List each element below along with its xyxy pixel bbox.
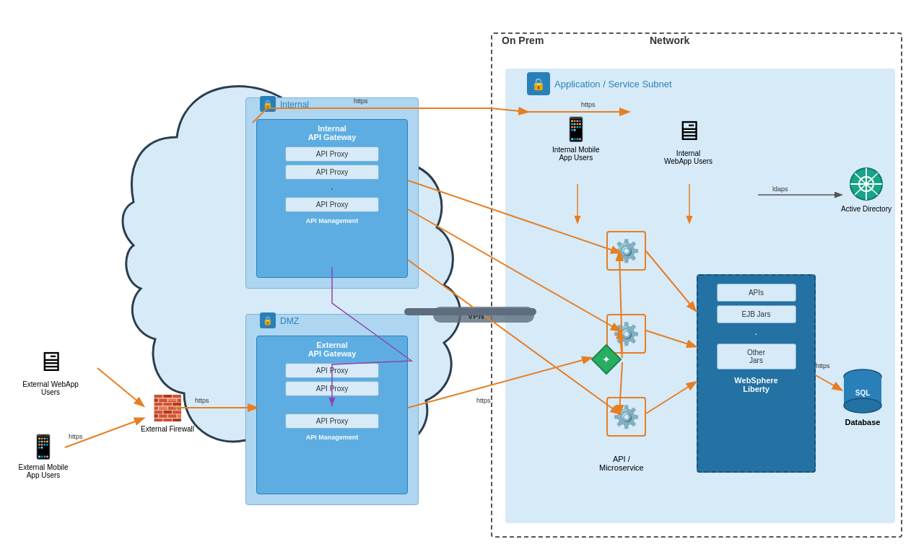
svg-text:https: https xyxy=(476,397,491,404)
svg-text:https: https xyxy=(195,397,209,404)
api-microservice-label: API /Microservice xyxy=(599,455,644,472)
external-gateway-title: ExternalAPI Gateway xyxy=(257,336,407,360)
internal-lock-icon: 🔒 xyxy=(260,96,276,112)
active-directory-icon xyxy=(848,166,884,202)
firewall-label: External Firewall xyxy=(141,425,194,433)
internal-webapp-users: 🖥 InternalWebApp Users xyxy=(664,115,712,165)
proxy-dots-1: · xyxy=(257,183,407,194)
api-gear-3: ⚙️ xyxy=(606,397,646,437)
internal-mobile-label: Internal MobileApp Users xyxy=(552,146,600,162)
external-webapp-users: 🖥 External WebApp Users xyxy=(22,346,79,396)
apis-box: APIs xyxy=(717,284,796,302)
api-gear-1: ⚙️ xyxy=(606,231,646,271)
vpn-label: VPN xyxy=(468,312,484,320)
svg-point-8 xyxy=(844,398,881,413)
internal-gateway-title: InternalAPI Gateway xyxy=(257,120,407,144)
internal-webapp-label: InternalWebApp Users xyxy=(664,149,712,165)
firewall-icon: 🧱 xyxy=(152,393,183,422)
subnet-lock-icon: 🔒 xyxy=(527,72,550,95)
subnet-header: 🔒 Application / Service Subnet xyxy=(527,72,672,95)
external-proxy-2: API Proxy xyxy=(285,381,379,396)
dmz-label: DMZ xyxy=(280,316,299,326)
internal-proxy-1: API Proxy xyxy=(285,146,379,162)
svg-line-13 xyxy=(97,368,143,406)
monitor-icon: 🖥 xyxy=(37,346,64,377)
active-directory: Active Directory xyxy=(841,166,892,213)
external-api-mgmt-label: API Management xyxy=(257,432,407,444)
svg-line-14 xyxy=(65,419,143,447)
external-firewall: 🧱 External Firewall xyxy=(141,393,194,433)
database-label: Database xyxy=(845,418,881,426)
network-label: Network xyxy=(650,35,689,46)
external-mobile-label: External Mobile App Users xyxy=(14,463,72,479)
mobile-icon-ext: 📱 xyxy=(29,433,58,460)
monitor-icon-int: 🖥 xyxy=(675,115,702,146)
subnet-label: Application / Service Subnet xyxy=(554,79,672,89)
external-mobile-users: 📱 External Mobile App Users xyxy=(14,433,72,479)
mobile-icon-int: 📱 xyxy=(562,115,590,143)
architecture-diagram: On Prem Network 🔒 Application / Service … xyxy=(0,0,924,560)
external-webapp-label: External WebApp Users xyxy=(22,380,79,396)
sql-database: SQL Database xyxy=(841,368,884,426)
internal-gateway-box: InternalAPI Gateway API Proxy API Proxy … xyxy=(256,119,408,278)
active-directory-label: Active Directory xyxy=(841,205,892,213)
ejb-jars-box: EJB Jars xyxy=(717,305,796,323)
svg-text:SQL: SQL xyxy=(855,389,871,397)
onprem-label: On Prem xyxy=(502,35,544,46)
external-proxy-1: API Proxy xyxy=(285,363,379,378)
external-proxy-3: API Proxy xyxy=(285,414,379,429)
ws-dots: · xyxy=(702,327,810,340)
svg-text:✦: ✦ xyxy=(602,354,611,365)
internal-api-mgmt-label: API Management xyxy=(257,215,407,227)
internal-proxy-2: API Proxy xyxy=(285,165,379,180)
dmz-lock-icon: 🔒 xyxy=(260,312,276,328)
external-gateway-box: ExternalAPI Gateway API Proxy API Proxy … xyxy=(256,336,408,494)
websphere-title: WebSphereLiberty xyxy=(702,373,810,395)
load-balancer: ✦ xyxy=(590,344,622,378)
other-jars-box: OtherJars xyxy=(717,344,796,369)
proxy-dots-2: · xyxy=(257,399,407,411)
load-balancer-icon: ✦ xyxy=(590,344,622,375)
websphere-liberty-box: APIs EJB Jars · OtherJars WebSphereLiber… xyxy=(697,274,816,473)
internal-proxy-3: API Proxy xyxy=(285,197,379,212)
sql-database-icon: SQL xyxy=(841,368,884,415)
internal-mobile-users: 📱 Internal MobileApp Users xyxy=(552,115,600,162)
internal-label: Internal xyxy=(280,100,309,110)
